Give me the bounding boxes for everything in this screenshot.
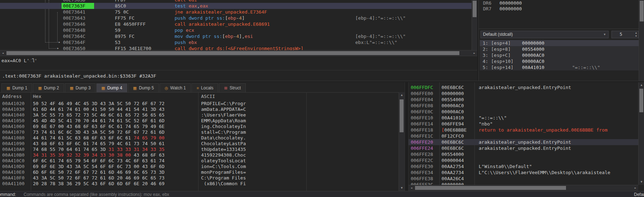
- dump-header-ascii: ASCII: [201, 93, 215, 100]
- watch-icon: ◎: [165, 86, 168, 90]
- scroll-right-icon[interactable]: ►: [472, 50, 477, 56]
- stack-row[interactable]: 006FFE2400E6BC6Carakaistealer_unpacked.E…: [409, 145, 644, 151]
- dump-row[interactable]: 00A410F043 3A 5C 50 72 6F 67 72 61 6D 20…: [0, 175, 405, 181]
- tab-dump-2[interactable]: ▦Dump 2: [33, 83, 64, 92]
- stack-row[interactable]: 006FFE1C0F12CFC0: [409, 133, 644, 139]
- tab-dump-3[interactable]: ▦Dump 3: [65, 83, 96, 92]
- disasm-row[interactable]: 00E73650FF15 34E1E700call dword ptr ds:[…: [0, 45, 472, 50]
- register-row[interactable]: DR600000000: [483, 0, 522, 6]
- dump-row[interactable]: 00A4108044 61 74 61 5C 63 68 6F 63 6F 6C…: [0, 135, 405, 141]
- stack-row[interactable]: 006FFE3800AA26C4: [409, 176, 644, 182]
- scroll-up-icon[interactable]: ▲: [639, 82, 644, 88]
- status-line: .text:00E7363F arakaistealer_unpacked.bi…: [2, 72, 477, 81]
- disasm-row[interactable]: 00E7364175 0Cjne arakaistealer_unpacked.…: [0, 9, 472, 15]
- disasm-row[interactable]: 00E73646E8 4650FFFFcall arakaistealer_un…: [0, 21, 472, 27]
- tab-dump-1[interactable]: ▦Dump 1: [1, 83, 32, 92]
- scroll-down-icon[interactable]: ▼: [399, 185, 405, 191]
- calling-convention-select[interactable]: Default (stdcall) ▼: [480, 31, 609, 38]
- dump-row[interactable]: 00A410D069 6F 6E 3D 43 3A 5C 54 6F 6F 6C…: [0, 164, 405, 169]
- dump-row[interactable]: 00A4105045 4D 4D 5C 41 70 70 44 61 74 61…: [0, 118, 405, 124]
- stack-row[interactable]: 006FFE1000A41010"=::=::\\": [409, 115, 644, 121]
- stack-row[interactable]: 006FFE0000000000: [409, 90, 644, 97]
- scrollbar-thumb[interactable]: [473, 1, 477, 17]
- disassembly-pane: ▸ ▸ ▸ EIP 00E7363DFFD7call edi00E7363F85…: [0, 0, 472, 50]
- scrollbar-thumb[interactable]: [6, 51, 459, 55]
- dump-row[interactable]: 00A410403A 5C 55 73 65 72 73 5C 46 6C 61…: [0, 112, 405, 118]
- arg-row[interactable]: 2: [esp+8]00554000: [480, 46, 639, 52]
- stack-row[interactable]: 006FFE2800554000: [409, 151, 644, 157]
- tab-label: Dump 5: [139, 85, 154, 90]
- scroll-down-icon[interactable]: ▼: [639, 179, 644, 185]
- dump-vertical-scrollbar[interactable]: ▲ ▼: [399, 92, 405, 191]
- vertical-splitter[interactable]: [477, 0, 478, 81]
- disasm-row[interactable]: 00E7364B59pop ecx: [0, 27, 472, 33]
- disasm-row[interactable]: 00E7364F53push ebxebx:L"=::=::\\": [0, 39, 472, 45]
- dump-rows: 00A4102050 52 4F 46 49 4C 45 3D 43 3A 5C…: [0, 101, 405, 187]
- command-label: Command:: [0, 192, 16, 197]
- tab-dump-5[interactable]: ▦Dump 5: [128, 83, 159, 92]
- scroll-left-icon[interactable]: ◄: [409, 185, 414, 191]
- tab-label: Dump 4: [107, 85, 122, 90]
- scrollbar-thumb[interactable]: [640, 1, 644, 21]
- dump-header: Address Hex ASCII: [0, 93, 405, 100]
- stack-row[interactable]: 006FFDFC00E6BC6Carakaistealer_unpacked.E…: [409, 84, 644, 90]
- stack-horizontal-scrollbar[interactable]: ◄ ►: [409, 185, 638, 191]
- stack-row[interactable]: 006FFE0C00000AC0: [409, 109, 644, 115]
- scroll-left-icon[interactable]: ◄: [0, 50, 6, 56]
- stack-row[interactable]: 006FFE3000AA2754L"Winsta0\\Default": [409, 163, 644, 169]
- scroll-up-icon[interactable]: ▲: [399, 92, 405, 98]
- arg-row[interactable]: 3: [esp+C]00000AC0: [480, 52, 639, 58]
- dump-row[interactable]: 00A4107073 74 61 6C 6C 3D 43 3A 5C 50 72…: [0, 129, 405, 135]
- dump-row[interactable]: 00A4110020 28 78 38 36 29 5C 43 6F 6D 6D…: [0, 181, 405, 187]
- tab-bar-line: [0, 92, 405, 93]
- tab-label: Struct: [230, 85, 241, 90]
- stack-row[interactable]: 006FFE2C00000044: [409, 157, 644, 163]
- dump-row[interactable]: 00A4106069 6E 67 00 43 68 6F 63 6F 6C 61…: [0, 124, 405, 129]
- arg-row[interactable]: 4: [esp+10]00000AC0: [480, 58, 639, 64]
- stack-row[interactable]: 006FFE0400554000: [409, 97, 644, 103]
- dump-row[interactable]: 00A410E06D 6F 6E 50 72 6F 67 72 61 6D 46…: [0, 169, 405, 175]
- disasm-vertical-scrollbar[interactable]: [472, 0, 478, 50]
- stack-row[interactable]: 006FFE0800000AC0: [409, 103, 644, 109]
- registers-vertical-scrollbar[interactable]: [639, 0, 644, 81]
- tab-dump-4[interactable]: ▦Dump 4: [96, 83, 127, 92]
- dump-row[interactable]: 00A410B034 31 35 39 32 32 39 34 33 30 38…: [0, 152, 405, 158]
- arg-row[interactable]: 5: [esp+14]00A41010"=::=::\\": [480, 64, 639, 70]
- disasm-horizontal-scrollbar[interactable]: ◄ ►: [0, 50, 477, 56]
- debugger-window: ▸ ▸ ▸ EIP 00E7363DFFD7call edi00E7363F85…: [0, 0, 644, 197]
- disasm-row[interactable]: 00E7363DFFD7call edi: [0, 0, 472, 3]
- scroll-right-icon[interactable]: ►: [633, 185, 638, 191]
- spin-down-icon[interactable]: ▼: [635, 35, 637, 38]
- divider: [0, 70, 477, 70]
- arg-row[interactable]: 1: [esp+4]00000000: [480, 40, 639, 46]
- stack-row[interactable]: 006FFE2000E6BC6Carakaistealer_unpacked.E…: [409, 139, 644, 145]
- register-row[interactable]: DR700000000: [483, 6, 522, 12]
- command-bar: Command: Default: [0, 191, 644, 197]
- dump-row[interactable]: 00A410A074 68 55 70 64 61 74 65 3D 31 33…: [0, 147, 405, 152]
- stack-vertical-scrollbar[interactable]: ▲ ▼: [638, 82, 644, 185]
- dump-row[interactable]: 00A4109043 68 6F 63 6F 6C 61 74 65 79 4C…: [0, 141, 405, 147]
- scrollbar-thumb[interactable]: [400, 99, 404, 132]
- tab-watch-1[interactable]: ◎Watch 1: [160, 83, 191, 92]
- stack-row[interactable]: 006FFE3400AA2734L"C:\\Users\\FlaerVeeEMM…: [409, 169, 644, 176]
- dump-row[interactable]: 00A4102050 52 4F 46 49 4C 45 3D 43 3A 5C…: [0, 101, 405, 107]
- scrollbar-thumb[interactable]: [639, 89, 643, 112]
- stack-row[interactable]: 006FFE18[00E6BBBEreturn to arakaistealer…: [409, 127, 644, 133]
- dump-pane: ▦Dump 1▦Dump 2▦Dump 3▦Dump 4▦Dump 5◎Watc…: [0, 82, 405, 191]
- dump-row[interactable]: 00A4103061 6D 44 61 74 61 00 41 50 50 44…: [0, 107, 405, 112]
- disasm-row[interactable]: 00E7363F85C0test eax,eax: [0, 3, 472, 9]
- tab-label: Watch 1: [170, 85, 186, 90]
- disasm-row[interactable]: 00E73643FF75 FCpush dword ptr ss:[ebp-4]…: [0, 15, 472, 21]
- chevron-down-icon: ▼: [603, 31, 606, 38]
- vertical-splitter[interactable]: [405, 82, 409, 191]
- command-input[interactable]: [23, 191, 625, 197]
- scrollbar-thumb[interactable]: [415, 186, 566, 190]
- tab-locals[interactable]: ≡Locals: [191, 83, 218, 92]
- arg-count-spinner[interactable]: 5 ▲ ▼: [611, 31, 639, 38]
- tab-struct[interactable]: ⊞Struct: [219, 83, 246, 92]
- stack-row[interactable]: 006FFE14006FFE94"пbo": [409, 121, 644, 127]
- spin-up-icon[interactable]: ▲: [635, 31, 637, 34]
- dump-row[interactable]: 00A410C06F 6C 61 74 65 79 54 6F 6F 6C 73…: [0, 158, 405, 164]
- disasm-row[interactable]: 00E7364C8975 FCmov dword ptr ss:[ebp-4],…: [0, 33, 472, 39]
- dump-header-address: Address: [2, 93, 22, 100]
